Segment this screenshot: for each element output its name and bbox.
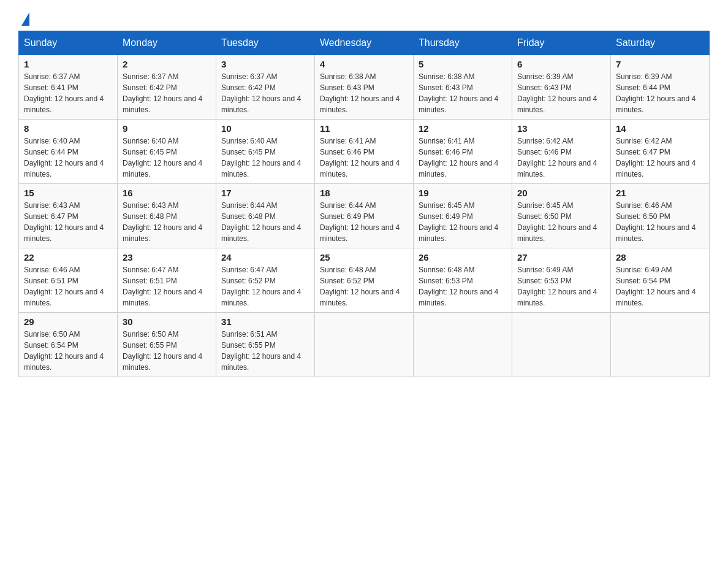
calendar-cell: 27 Sunrise: 6:49 AMSunset: 6:53 PMDaylig… xyxy=(512,248,611,313)
day-info: Sunrise: 6:40 AMSunset: 6:44 PMDaylight:… xyxy=(24,137,104,178)
calendar-cell: 31 Sunrise: 6:51 AMSunset: 6:55 PMDaylig… xyxy=(216,313,315,377)
header-sunday: Sunday xyxy=(19,31,118,55)
day-number: 18 xyxy=(320,188,408,198)
calendar-cell: 4 Sunrise: 6:38 AMSunset: 6:43 PMDayligh… xyxy=(315,55,414,120)
calendar-cell xyxy=(414,313,512,377)
day-number: 30 xyxy=(123,316,211,327)
day-number: 6 xyxy=(517,59,605,69)
calendar-cell: 12 Sunrise: 6:41 AMSunset: 6:46 PMDaylig… xyxy=(414,120,512,184)
calendar-week-row: 22 Sunrise: 6:46 AMSunset: 6:51 PMDaylig… xyxy=(19,248,710,313)
header-tuesday: Tuesday xyxy=(216,31,315,55)
calendar-cell: 23 Sunrise: 6:47 AMSunset: 6:51 PMDaylig… xyxy=(118,248,216,313)
calendar-cell: 21 Sunrise: 6:46 AMSunset: 6:50 PMDaylig… xyxy=(611,184,710,248)
day-number: 2 xyxy=(123,59,211,69)
day-info: Sunrise: 6:38 AMSunset: 6:43 PMDaylight:… xyxy=(419,72,498,114)
day-number: 23 xyxy=(123,252,211,262)
header-wednesday: Wednesday xyxy=(315,31,414,55)
day-info: Sunrise: 6:37 AMSunset: 6:42 PMDaylight:… xyxy=(123,72,202,114)
calendar-cell: 18 Sunrise: 6:44 AMSunset: 6:49 PMDaylig… xyxy=(315,184,414,248)
header-friday: Friday xyxy=(512,31,611,55)
day-number: 27 xyxy=(517,252,605,262)
day-number: 21 xyxy=(616,188,704,198)
calendar-cell: 9 Sunrise: 6:40 AMSunset: 6:45 PMDayligh… xyxy=(118,120,216,184)
calendar-cell: 15 Sunrise: 6:43 AMSunset: 6:47 PMDaylig… xyxy=(19,184,118,248)
header-thursday: Thursday xyxy=(414,31,512,55)
day-info: Sunrise: 6:40 AMSunset: 6:45 PMDaylight:… xyxy=(221,137,301,178)
day-info: Sunrise: 6:41 AMSunset: 6:46 PMDaylight:… xyxy=(320,137,400,178)
day-info: Sunrise: 6:46 AMSunset: 6:51 PMDaylight:… xyxy=(24,266,104,307)
calendar-cell: 3 Sunrise: 6:37 AMSunset: 6:42 PMDayligh… xyxy=(216,55,315,120)
day-number: 22 xyxy=(24,252,112,262)
logo xyxy=(18,12,29,25)
day-info: Sunrise: 6:40 AMSunset: 6:45 PMDaylight:… xyxy=(123,137,202,178)
day-info: Sunrise: 6:43 AMSunset: 6:47 PMDaylight:… xyxy=(24,201,104,243)
calendar-cell: 24 Sunrise: 6:47 AMSunset: 6:52 PMDaylig… xyxy=(216,248,315,313)
day-info: Sunrise: 6:39 AMSunset: 6:43 PMDaylight:… xyxy=(517,72,597,114)
calendar-cell: 13 Sunrise: 6:42 AMSunset: 6:46 PMDaylig… xyxy=(512,120,611,184)
calendar-cell: 25 Sunrise: 6:48 AMSunset: 6:52 PMDaylig… xyxy=(315,248,414,313)
calendar-cell: 16 Sunrise: 6:43 AMSunset: 6:48 PMDaylig… xyxy=(118,184,216,248)
day-number: 15 xyxy=(24,188,112,198)
calendar-cell: 22 Sunrise: 6:46 AMSunset: 6:51 PMDaylig… xyxy=(19,248,118,313)
day-number: 10 xyxy=(221,123,309,134)
calendar-cell xyxy=(315,313,414,377)
day-info: Sunrise: 6:44 AMSunset: 6:49 PMDaylight:… xyxy=(320,201,400,243)
day-number: 5 xyxy=(419,59,507,69)
day-number: 4 xyxy=(320,59,408,69)
day-number: 3 xyxy=(221,59,309,69)
calendar-week-row: 15 Sunrise: 6:43 AMSunset: 6:47 PMDaylig… xyxy=(19,184,710,248)
day-number: 7 xyxy=(616,59,704,69)
header-saturday: Saturday xyxy=(611,31,710,55)
calendar-cell: 11 Sunrise: 6:41 AMSunset: 6:46 PMDaylig… xyxy=(315,120,414,184)
day-number: 17 xyxy=(221,188,309,198)
calendar-cell: 29 Sunrise: 6:50 AMSunset: 6:54 PMDaylig… xyxy=(19,313,118,377)
calendar-cell: 17 Sunrise: 6:44 AMSunset: 6:48 PMDaylig… xyxy=(216,184,315,248)
day-number: 14 xyxy=(616,123,704,134)
calendar-cell: 20 Sunrise: 6:45 AMSunset: 6:50 PMDaylig… xyxy=(512,184,611,248)
day-info: Sunrise: 6:47 AMSunset: 6:52 PMDaylight:… xyxy=(221,266,301,307)
calendar-cell xyxy=(611,313,710,377)
calendar-cell: 26 Sunrise: 6:48 AMSunset: 6:53 PMDaylig… xyxy=(414,248,512,313)
day-info: Sunrise: 6:45 AMSunset: 6:49 PMDaylight:… xyxy=(419,201,498,243)
calendar-cell xyxy=(512,313,611,377)
day-info: Sunrise: 6:44 AMSunset: 6:48 PMDaylight:… xyxy=(221,201,301,243)
day-info: Sunrise: 6:49 AMSunset: 6:53 PMDaylight:… xyxy=(517,266,597,307)
day-info: Sunrise: 6:47 AMSunset: 6:51 PMDaylight:… xyxy=(123,266,202,307)
day-number: 1 xyxy=(24,59,112,69)
page-header xyxy=(18,12,710,25)
day-number: 16 xyxy=(123,188,211,198)
calendar-cell: 10 Sunrise: 6:40 AMSunset: 6:45 PMDaylig… xyxy=(216,120,315,184)
day-info: Sunrise: 6:37 AMSunset: 6:42 PMDaylight:… xyxy=(221,72,301,114)
calendar-cell: 14 Sunrise: 6:42 AMSunset: 6:47 PMDaylig… xyxy=(611,120,710,184)
calendar-table: SundayMondayTuesdayWednesdayThursdayFrid… xyxy=(18,31,710,377)
day-number: 9 xyxy=(123,123,211,134)
day-number: 28 xyxy=(616,252,704,262)
day-number: 13 xyxy=(517,123,605,134)
calendar-cell: 1 Sunrise: 6:37 AMSunset: 6:41 PMDayligh… xyxy=(19,55,118,120)
day-info: Sunrise: 6:42 AMSunset: 6:46 PMDaylight:… xyxy=(517,137,597,178)
day-number: 12 xyxy=(419,123,507,134)
day-info: Sunrise: 6:39 AMSunset: 6:44 PMDaylight:… xyxy=(616,72,696,114)
day-number: 20 xyxy=(517,188,605,198)
day-info: Sunrise: 6:50 AMSunset: 6:55 PMDaylight:… xyxy=(123,330,202,372)
day-info: Sunrise: 6:50 AMSunset: 6:54 PMDaylight:… xyxy=(24,330,104,372)
day-info: Sunrise: 6:43 AMSunset: 6:48 PMDaylight:… xyxy=(123,201,202,243)
calendar-cell: 28 Sunrise: 6:49 AMSunset: 6:54 PMDaylig… xyxy=(611,248,710,313)
day-info: Sunrise: 6:38 AMSunset: 6:43 PMDaylight:… xyxy=(320,72,400,114)
calendar-cell: 8 Sunrise: 6:40 AMSunset: 6:44 PMDayligh… xyxy=(19,120,118,184)
day-number: 29 xyxy=(24,316,112,327)
header-monday: Monday xyxy=(118,31,216,55)
calendar-cell: 7 Sunrise: 6:39 AMSunset: 6:44 PMDayligh… xyxy=(611,55,710,120)
day-info: Sunrise: 6:48 AMSunset: 6:52 PMDaylight:… xyxy=(320,266,400,307)
day-info: Sunrise: 6:48 AMSunset: 6:53 PMDaylight:… xyxy=(419,266,498,307)
calendar-cell: 2 Sunrise: 6:37 AMSunset: 6:42 PMDayligh… xyxy=(118,55,216,120)
day-info: Sunrise: 6:37 AMSunset: 6:41 PMDaylight:… xyxy=(24,72,104,114)
day-number: 31 xyxy=(221,316,309,327)
calendar-cell: 30 Sunrise: 6:50 AMSunset: 6:55 PMDaylig… xyxy=(118,313,216,377)
calendar-cell: 19 Sunrise: 6:45 AMSunset: 6:49 PMDaylig… xyxy=(414,184,512,248)
calendar-week-row: 8 Sunrise: 6:40 AMSunset: 6:44 PMDayligh… xyxy=(19,120,710,184)
day-info: Sunrise: 6:41 AMSunset: 6:46 PMDaylight:… xyxy=(419,137,498,178)
day-number: 25 xyxy=(320,252,408,262)
calendar-cell: 6 Sunrise: 6:39 AMSunset: 6:43 PMDayligh… xyxy=(512,55,611,120)
day-number: 11 xyxy=(320,123,408,134)
